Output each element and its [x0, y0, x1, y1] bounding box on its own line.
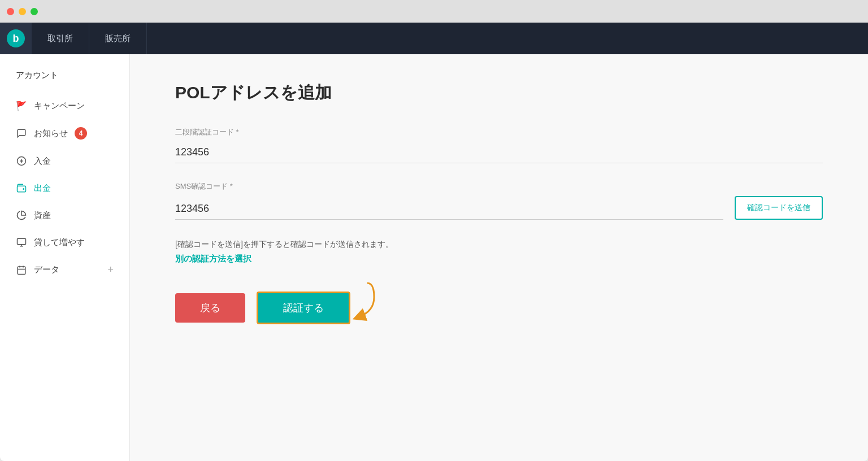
sidebar-item-data[interactable]: データ +: [0, 256, 129, 284]
two-factor-input[interactable]: [175, 142, 823, 163]
navbar-tabs: 取引所 販売所: [32, 23, 147, 54]
back-button[interactable]: 戻る: [175, 293, 245, 323]
sms-code-label: SMS確認コード *: [175, 181, 823, 192]
tab-exchange[interactable]: 取引所: [32, 23, 89, 54]
data-plus-icon[interactable]: +: [107, 264, 114, 276]
page-title: POLアドレスを追加: [175, 81, 823, 105]
plus-circle-icon: [16, 155, 27, 167]
sidebar-item-withdrawal[interactable]: 出金: [0, 175, 129, 202]
titlebar: [0, 0, 868, 23]
sms-code-input[interactable]: [175, 198, 723, 220]
sidebar-item-deposit[interactable]: 入金: [0, 147, 129, 175]
flag-icon: 🚩: [16, 100, 27, 111]
monitor-icon: [16, 237, 27, 248]
sidebar-item-lending[interactable]: 貸して増やす: [0, 229, 129, 256]
pie-chart-icon: [16, 210, 27, 221]
logo: b: [0, 23, 32, 54]
svg-rect-5: [18, 238, 26, 245]
close-btn[interactable]: [7, 8, 14, 15]
two-factor-section: 二段階認証コード *: [175, 127, 823, 163]
button-row: 戻る 認証する: [175, 292, 823, 324]
chat-icon: [16, 128, 27, 139]
sidebar-item-notifications[interactable]: お知らせ 4: [0, 119, 129, 147]
navbar: b 取引所 販売所: [0, 23, 868, 54]
sidebar-item-campaign[interactable]: 🚩 キャンペーン: [0, 92, 129, 119]
logo-icon: b: [7, 29, 25, 47]
sms-code-section: SMS確認コード * 確認コードを送信: [175, 181, 823, 220]
wallet-icon: [16, 182, 27, 194]
hint-section: [確認コードを送信]を押下すると確認コードが送信されます。 別の認証方法を選択: [175, 238, 823, 264]
sms-input-row: 確認コードを送信: [175, 196, 823, 220]
svg-point-4: [23, 189, 24, 190]
hint-text: [確認コードを送信]を押下すると確認コードが送信されます。: [175, 238, 823, 250]
sidebar-section-title: アカウント: [0, 70, 129, 92]
main-container: アカウント 🚩 キャンペーン お知らせ 4: [0, 54, 868, 461]
svg-rect-8: [18, 267, 25, 275]
two-factor-label: 二段階認証コード *: [175, 127, 823, 137]
maximize-btn[interactable]: [31, 8, 38, 15]
notifications-badge: 4: [75, 127, 87, 140]
send-code-button[interactable]: 確認コードを送信: [735, 196, 823, 220]
browser-window: b 取引所 販売所 アカウント 🚩 キャンペーン: [0, 23, 868, 461]
arrow-annotation: [333, 280, 379, 325]
minimize-btn[interactable]: [19, 8, 26, 15]
sidebar-item-assets[interactable]: 資産: [0, 202, 129, 229]
tab-market[interactable]: 販売所: [89, 23, 147, 54]
sidebar: アカウント 🚩 キャンペーン お知らせ 4: [0, 54, 130, 461]
sms-input-group: [175, 198, 723, 220]
content-area: POLアドレスを追加 二段階認証コード * SMS確認コード * 確認コードを送…: [130, 54, 868, 461]
calendar-icon: [16, 264, 27, 276]
alt-auth-link[interactable]: 別の認証方法を選択: [175, 254, 251, 263]
